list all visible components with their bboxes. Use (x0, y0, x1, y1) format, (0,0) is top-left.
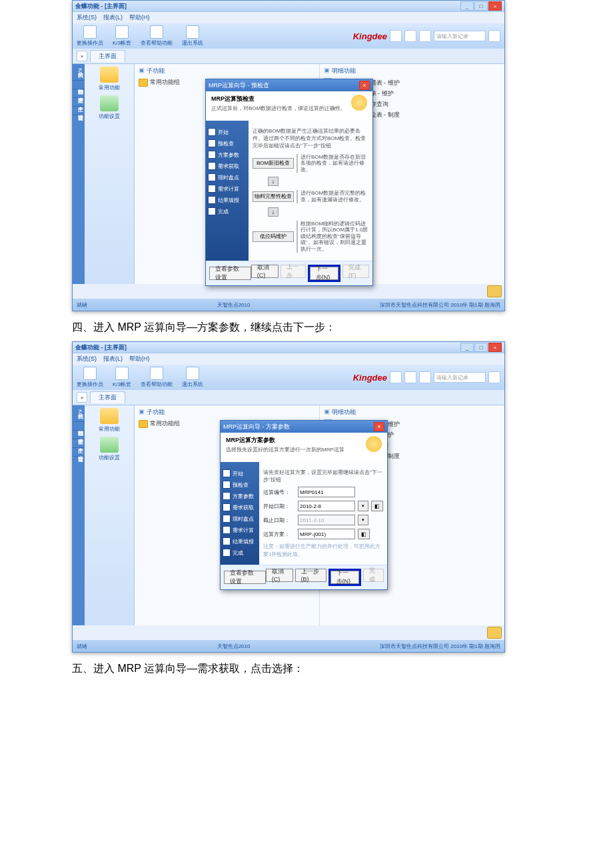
status-left: 就绪 (77, 301, 87, 309)
close-icon[interactable]: × (488, 1, 502, 11)
leftpanel-settings[interactable]: 功能设置 (86, 437, 133, 461)
sidetab-matplan[interactable]: 物料计划 (73, 81, 85, 89)
app-title: 金蝶功能 - [主界面] (75, 2, 460, 11)
user-icon (83, 367, 97, 380)
search-input[interactable]: 请输入新记录 (434, 31, 486, 41)
tool-switch-user[interactable]: 更换操作员 (77, 25, 103, 47)
folder-icon (100, 67, 119, 83)
tab-main[interactable]: 主界面 (90, 50, 125, 62)
plan-no-input[interactable] (298, 487, 355, 497)
mail-icon[interactable] (404, 30, 416, 42)
wiz-step: 结果填报 (223, 537, 257, 545)
bom-check-button[interactable]: BOM新旧检查 (253, 158, 294, 169)
mat-check-desc: 进行BOM数据是否完整的检查，如有遗漏请进行修改。 (297, 190, 368, 203)
tool-exit[interactable]: 退出系统 (182, 367, 203, 388)
tool-exit[interactable]: 退出系统 (182, 25, 203, 47)
refresh-icon[interactable] (419, 371, 431, 383)
maximize-icon[interactable]: □ (474, 1, 488, 11)
wiz-step: 现时盘点 (208, 173, 247, 181)
chevron-down-icon[interactable]: ▾ (358, 515, 368, 525)
chevron-down-icon[interactable]: ▾ (358, 501, 368, 511)
menu-report[interactable]: 报表(L) (103, 13, 123, 22)
dlg2-title: MRP运算向导 - 方案参数 (223, 423, 290, 431)
leftpanel-common[interactable]: 常用功能 (86, 408, 133, 433)
app-title: 金蝶功能 - [主界面] (75, 343, 460, 352)
sidetab-prod[interactable]: 生产管理 (73, 89, 85, 98)
tool-help[interactable]: 查看帮助功能 (141, 25, 173, 47)
sidetab-calc[interactable]: 运算管理 (73, 448, 85, 457)
gear-icon (366, 436, 382, 452)
printer-icon[interactable] (487, 285, 502, 297)
calendar-icon[interactable]: ◧ (371, 501, 383, 511)
scheme-input[interactable] (298, 529, 355, 539)
close-icon[interactable]: × (488, 343, 502, 352)
tool-switch-user[interactable]: 更换操作员 (77, 367, 103, 388)
dlg2-sub: 选择预先设置好的运算方案进行一次新的MRP运算 (226, 446, 366, 453)
menu-help[interactable]: 帮助(H) (129, 13, 150, 22)
scheme-label: 运算方案： (263, 531, 295, 538)
prev-button[interactable]: 上一步 (281, 265, 306, 278)
status-center: 天智焦点2010 (217, 301, 251, 309)
cancel-button[interactable]: 取消(C) (251, 265, 279, 278)
tabclose-icon[interactable]: × (77, 51, 87, 61)
col-detail-head: 明细功能 (324, 67, 500, 75)
mat-check-button[interactable]: 物料完整性检查 (253, 191, 294, 202)
view-params-button[interactable]: 查看参数设置 (209, 267, 251, 280)
wiz-step: 需求获取 (208, 162, 247, 170)
go-icon[interactable] (488, 30, 500, 42)
finish-button: 完成 (363, 569, 384, 582)
tool-help[interactable]: 查看帮助功能 (141, 367, 173, 388)
view-params-button[interactable]: 查看参数设置 (224, 571, 266, 584)
tabclose-icon[interactable]: × (77, 392, 87, 403)
sidetab-myk3[interactable]: 我的K/3 (73, 405, 85, 422)
prev-button[interactable]: 上一步(B) (295, 569, 326, 582)
menu-system[interactable]: 系统(S) (77, 355, 97, 363)
maximize-icon[interactable]: □ (474, 343, 488, 352)
minimize-icon[interactable]: _ (460, 1, 474, 11)
start-date-input[interactable] (298, 501, 355, 511)
leftpanel-settings[interactable]: 功能设置 (86, 95, 133, 120)
step-five-label: 五、进入 MRP 运算向导—需求获取，点击选择： (72, 662, 613, 676)
search-input[interactable]: 请输入新记录 (434, 372, 486, 383)
col-subfunc-head: 子功能 (139, 408, 315, 417)
home-icon[interactable] (390, 30, 402, 42)
dlg1-close-icon[interactable]: × (359, 81, 370, 90)
wiz-step: 需求获取 (223, 503, 257, 511)
menu-report[interactable]: 报表(L) (103, 355, 123, 363)
help-icon (150, 25, 163, 39)
user-icon (83, 25, 97, 39)
wiz-step: 结果填报 (208, 196, 247, 204)
sidetab-mps[interactable]: 主生产 (73, 98, 85, 107)
menu-help[interactable]: 帮助(H) (129, 355, 150, 363)
status-left: 就绪 (77, 643, 87, 650)
cancel-button[interactable]: 取消(C) (266, 569, 293, 582)
sidetab-mps[interactable]: 主生产 (73, 439, 85, 448)
printer-icon[interactable] (487, 627, 502, 639)
sidetab-myk3[interactable]: 我的K/3 (73, 64, 85, 81)
next-button[interactable]: 下一步(N) (310, 267, 338, 280)
wiz-step: 预检查 (223, 481, 257, 489)
end-date-input[interactable] (298, 515, 355, 525)
tab-main[interactable]: 主界面 (90, 391, 125, 403)
wiz-step: 方案参数 (223, 492, 257, 500)
leftpanel-common[interactable]: 常用功能 (86, 67, 133, 91)
home-icon[interactable] (390, 371, 402, 383)
lowcode-button[interactable]: 低位码维护 (253, 231, 294, 242)
dlg2-close-icon[interactable]: × (374, 422, 384, 431)
next-button[interactable]: 下一步(N) (330, 571, 359, 584)
menu-system[interactable]: 系统(S) (77, 13, 97, 22)
go-icon[interactable] (488, 371, 500, 383)
minimize-icon[interactable]: _ (460, 343, 474, 352)
arrow-down-icon: ↓ (268, 177, 279, 186)
brand-logo: Kingdee (353, 31, 387, 41)
lookup-icon[interactable]: ◧ (358, 529, 370, 539)
mail-icon[interactable] (404, 371, 416, 383)
dlg2-hint: 注意：如需进行生产能力的并行处理，可把用此方案1并检测此项。 (263, 543, 383, 557)
tool-account[interactable]: K/3帐套 (113, 367, 131, 388)
refresh-icon[interactable] (419, 30, 431, 42)
tool-account[interactable]: K/3帐套 (113, 25, 131, 47)
sidetab-matplan[interactable]: 物料计划 (73, 422, 85, 431)
folder-icon (139, 420, 148, 428)
sidetab-prod[interactable]: 生产管理 (73, 431, 85, 439)
sidetab-calc[interactable]: 运算管理 (73, 107, 85, 115)
